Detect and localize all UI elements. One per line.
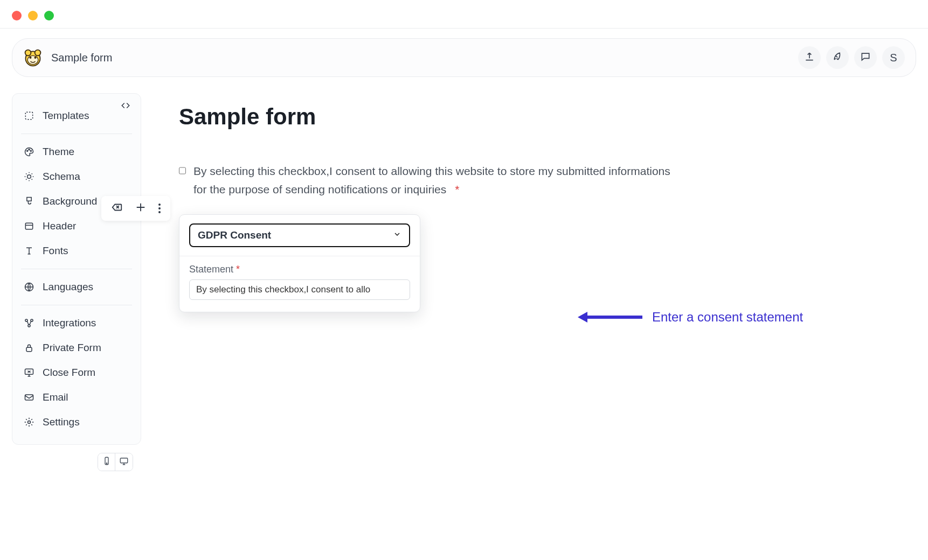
sidebar-item-label: Settings xyxy=(43,416,80,428)
svg-point-7 xyxy=(27,150,28,151)
svg-point-3 xyxy=(27,55,38,64)
svg-point-2 xyxy=(35,50,41,56)
sidebar-item-languages[interactable]: Languages xyxy=(12,275,141,299)
sidebar-item-theme[interactable]: Theme xyxy=(12,139,141,164)
sidebar-item-label: Languages xyxy=(43,281,93,293)
sidebar-item-label: Templates xyxy=(43,110,89,122)
app-logo-icon[interactable] xyxy=(23,48,43,67)
item-more-button[interactable] xyxy=(156,201,163,215)
lock-icon xyxy=(23,342,35,354)
divider xyxy=(21,269,132,269)
page-title: Sample form xyxy=(51,52,112,64)
window-minimize-icon[interactable] xyxy=(28,11,38,20)
statement-label: Statement * xyxy=(189,264,410,275)
arrow-icon xyxy=(578,315,642,319)
sidebar-item-integrations[interactable]: Integrations xyxy=(12,311,141,335)
divider xyxy=(0,28,928,29)
form-title: Sample form xyxy=(179,104,905,130)
topbar-actions: S xyxy=(798,46,905,69)
sidebar-item-label: Background xyxy=(43,195,97,207)
svg-rect-22 xyxy=(120,458,128,463)
annotation-text: Enter a consent statement xyxy=(652,310,803,325)
item-context-toolbar xyxy=(101,196,170,221)
templates-icon xyxy=(23,110,35,122)
code-toggle-button[interactable] xyxy=(118,99,133,114)
gear-icon xyxy=(23,416,35,428)
window-maximize-icon[interactable] xyxy=(44,11,54,20)
upload-icon xyxy=(804,51,815,64)
required-mark: * xyxy=(455,183,459,195)
backspace-icon xyxy=(111,201,123,215)
sidebar-item-label: Header xyxy=(43,220,76,232)
sidebar-item-label: Close Form xyxy=(43,367,95,379)
sidebar-item-settings[interactable]: Settings xyxy=(12,410,141,435)
globe-icon xyxy=(23,281,35,293)
mail-icon xyxy=(23,391,35,403)
svg-rect-11 xyxy=(25,223,32,229)
divider xyxy=(21,134,132,134)
comment-icon xyxy=(860,51,871,64)
sidebar-item-schema[interactable]: Schema xyxy=(12,164,141,189)
avatar-button[interactable]: S xyxy=(882,46,905,69)
sidebar-item-close-form[interactable]: Close Form xyxy=(12,360,141,385)
svg-point-21 xyxy=(106,463,107,464)
launch-button[interactable] xyxy=(826,46,849,69)
mobile-icon xyxy=(102,456,112,468)
sidebar-item-label: Theme xyxy=(43,146,74,158)
field-editor-card: GDPR Consent Statement * xyxy=(179,214,420,312)
comments-button[interactable] xyxy=(854,46,877,69)
svg-point-1 xyxy=(25,50,31,56)
paintbrush-icon xyxy=(23,195,35,207)
divider xyxy=(21,305,132,305)
sun-icon xyxy=(23,171,35,183)
text-icon xyxy=(23,245,35,257)
statement-input[interactable] xyxy=(189,279,410,300)
sidebar-item-private-form[interactable]: Private Form xyxy=(12,335,141,360)
field-type-value: GDPR Consent xyxy=(198,229,271,241)
sidebar-item-email[interactable]: Email xyxy=(12,385,141,410)
sidebar-item-label: Integrations xyxy=(43,317,96,329)
delete-item-button[interactable] xyxy=(109,200,125,216)
required-mark: * xyxy=(236,264,240,275)
svg-rect-16 xyxy=(26,347,32,352)
code-icon xyxy=(121,101,130,113)
form-canvas: Sample form By selecting this checkbox,I… xyxy=(157,93,916,445)
consent-text: By selecting this checkbox,I consent to … xyxy=(193,165,670,195)
instruction-annotation: Enter a consent statement xyxy=(578,310,803,325)
mobile-preview-button[interactable] xyxy=(98,453,115,471)
device-toggle xyxy=(98,453,133,471)
main-layout: Templates Theme Schema Background Header xyxy=(0,93,928,445)
sidebar-item-label: Email xyxy=(43,391,68,403)
monitor-x-icon xyxy=(23,367,35,379)
add-item-button[interactable] xyxy=(133,200,149,216)
svg-point-8 xyxy=(29,149,30,150)
desktop-preview-button[interactable] xyxy=(115,453,133,471)
header-icon xyxy=(23,220,35,232)
svg-point-19 xyxy=(28,421,31,424)
desktop-icon xyxy=(119,456,129,468)
window-controls xyxy=(0,0,928,28)
consent-field[interactable]: By selecting this checkbox,I consent to … xyxy=(179,162,675,198)
svg-point-5 xyxy=(34,57,37,59)
svg-point-4 xyxy=(30,57,32,59)
svg-rect-6 xyxy=(25,112,32,119)
svg-point-9 xyxy=(30,150,31,151)
chevron-down-icon xyxy=(393,229,401,241)
consent-text-wrap: By selecting this checkbox,I consent to … xyxy=(193,162,675,198)
sidebar-item-label: Fonts xyxy=(43,245,68,257)
statement-label-text: Statement xyxy=(189,264,233,275)
sidebar-item-fonts[interactable]: Fonts xyxy=(12,239,141,263)
integrations-icon xyxy=(23,317,35,329)
field-type-select[interactable]: GDPR Consent xyxy=(189,223,410,247)
topbar: Sample form S xyxy=(12,38,916,77)
plus-icon xyxy=(135,201,147,215)
svg-point-10 xyxy=(27,175,31,179)
consent-checkbox[interactable] xyxy=(179,165,186,176)
sidebar-item-label: Private Form xyxy=(43,342,101,354)
window-close-icon[interactable] xyxy=(12,11,22,20)
rocket-icon xyxy=(832,51,843,64)
sidebar-item-label: Schema xyxy=(43,171,80,183)
upload-button[interactable] xyxy=(798,46,821,69)
palette-icon xyxy=(23,146,35,158)
svg-rect-18 xyxy=(25,395,33,400)
